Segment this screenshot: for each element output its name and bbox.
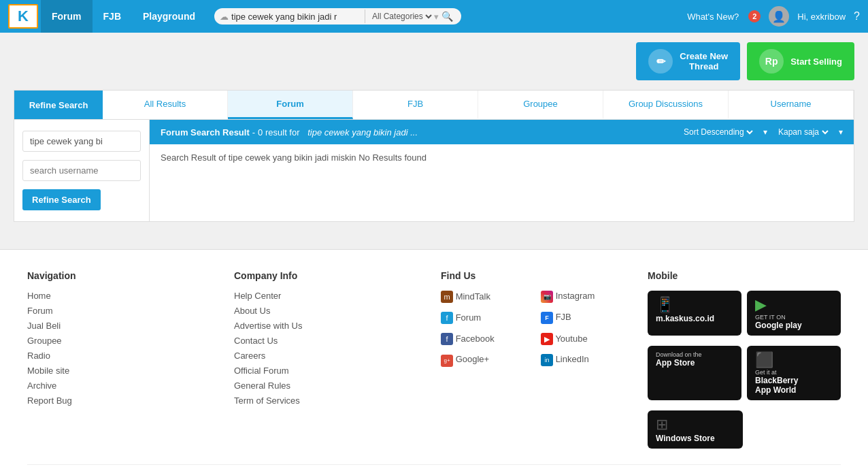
youtube-icon: ▶ [541,333,553,345]
footer-officialforum[interactable]: Official Forum [234,366,427,376]
windows-store-label: Windows Store [656,434,735,443]
logo[interactable]: K [8,4,38,29]
nav-tab-playground[interactable]: Playground [132,0,206,33]
keyword-input[interactable] [22,131,141,152]
search-divider [365,10,365,23]
results-zero: - [252,127,255,138]
cloud-icon: ☁ [220,12,229,22]
search-layout: Refine Search Forum Search Result - 0 re… [14,120,854,222]
footer-nav-title: Navigation [27,270,220,281]
results-query-text: tipe cewek yang bikin jadi ... [307,127,418,138]
footer-nav-reportbug[interactable]: Report Bug [27,395,220,406]
findus-facebook-label: Facebook [456,334,495,344]
header: K Forum FJB Playground ☁ All Categories … [0,0,868,33]
app-app-store[interactable]: Download on the App Store [648,346,741,400]
app-google-play[interactable]: ▶ GET IT ON Google play [747,291,841,336]
footer-nav-groupee[interactable]: Groupee [27,336,220,346]
results-zero-text: 0 result for [258,127,299,138]
footer-company-title: Company Info [234,270,427,281]
findus-linkedin[interactable]: in LinkedIn [541,354,634,367]
footer-careers[interactable]: Careers [234,351,427,361]
refine-panel: Refine Search [14,120,150,222]
findus-forum-label: Forum [456,312,482,323]
findus-fjb-label: FJB [556,312,571,322]
avatar[interactable]: 👤 [769,6,789,27]
create-thread-button[interactable]: ✏ Create NewThread [636,42,740,80]
blackberry-label: BlackBerryApp World [755,376,833,395]
findus-youtube[interactable]: ▶ Youtube [541,333,634,345]
pencil-icon: ✏ [648,49,673,74]
footer-findus-title: Find Us [441,270,634,281]
findus-youtube-label: Youtube [555,334,587,344]
results-query [303,127,305,138]
create-thread-label: Create NewThread [680,51,728,71]
app-store-sub: Download on the [656,351,733,358]
tab-group-discussions[interactable]: Group Discussions [603,91,729,119]
blackberry-sub: Get it at [755,369,833,376]
findus-fjb[interactable]: F FJB [541,312,634,324]
results-title-area: Forum Search Result - 0 result for tipe … [161,127,418,138]
nav-tab-fjb[interactable]: FJB [93,0,132,33]
footer-generalrules[interactable]: General Rules [234,381,427,391]
footer-bottom: Report Bug Term of Services [27,464,841,469]
nav-tab-forum[interactable]: Forum [41,0,93,33]
refine-tab: Refine Search [14,91,103,119]
time-select[interactable]: Kapan saja [775,127,831,138]
findus-googleplus[interactable]: g+ Google+ [441,354,534,367]
help-icon[interactable]: ? [854,10,860,22]
search-input[interactable] [231,12,361,22]
kaskus-mobile-label: m.kaskus.co.id [656,314,733,323]
findus-linkedin-label: LinkedIn [556,354,589,364]
sort-arrow: ▾ [763,127,767,137]
findus-instagram-label: Instagram [556,291,595,301]
google-play-sub: GET IT ON [755,314,833,321]
footer-contact[interactable]: Contact Us [234,336,427,346]
footer-advertise[interactable]: Advertise with Us [234,321,427,331]
rp-icon: Rp [759,49,784,74]
tab-groupee[interactable]: Groupee [478,91,603,119]
forum-icon: f [441,312,453,324]
fjb-icon: F [541,312,553,324]
username-input[interactable] [22,160,141,181]
category-select[interactable]: All Categories [369,11,434,22]
footer-nav-radio[interactable]: Radio [27,351,220,361]
logo-letter: K [18,7,29,25]
search-tabs: Refine Search All Results Forum FJB Grou… [14,90,854,120]
tab-username[interactable]: Username [729,91,854,119]
sort-select[interactable]: Sort Descending Sort Ascending [681,127,755,138]
footer-nav-forum[interactable]: Forum [27,306,220,316]
search-button[interactable]: 🔍 [439,10,456,23]
footer-helpcenter[interactable]: Help Center [234,291,427,301]
findus-instagram[interactable]: 📷 Instagram [541,291,634,303]
findus-facebook[interactable]: f Facebook [441,333,534,345]
footer-mobile-col: Mobile 📱 m.kaskus.co.id ▶ GET IT ON Goog… [648,270,841,453]
notification-badge[interactable]: 2 [748,10,761,22]
footer-nav-jualbeli[interactable]: Jual Beli [27,321,220,331]
footer-tos[interactable]: Term of Services [234,395,427,406]
footer-nav-col: Navigation Home Forum Jual Beli Groupee … [27,270,220,453]
findus-forum[interactable]: f Forum [441,312,534,324]
footer-nav-home[interactable]: Home [27,291,220,301]
start-selling-button[interactable]: Rp Start Selling [747,42,854,80]
whats-new-link[interactable]: What's New? [687,12,739,22]
app-windows-store[interactable]: ⊞ Windows Store [648,410,743,449]
main-content: Refine Search All Results Forum FJB Grou… [0,90,868,236]
footer-findus-col: Find Us m MindTalk 📷 Instagram f Forum F… [441,270,634,453]
mindtalk-icon: m [441,291,453,303]
tab-forum[interactable]: Forum [228,91,353,119]
refine-search-button[interactable]: Refine Search [22,189,101,210]
phone-icon: 📱 [656,296,674,313]
tab-all-results[interactable]: All Results [103,91,228,119]
tab-fjb[interactable]: FJB [353,91,478,119]
app-store-label: App Store [656,358,733,368]
app-blackberry[interactable]: ⬛ Get it at BlackBerryApp World [747,346,841,400]
search-bar: ☁ All Categories ▾ 🔍 [214,8,461,25]
facebook-icon: f [441,333,453,345]
footer-nav-archive[interactable]: Archive [27,381,220,391]
app-kaskus-mobile[interactable]: 📱 m.kaskus.co.id [648,291,741,336]
blackberry-icon: ⬛ [755,351,773,368]
footer-aboutus[interactable]: About Us [234,306,427,316]
findus-mindtalk[interactable]: m MindTalk [441,291,534,303]
mobile-apps: 📱 m.kaskus.co.id ▶ GET IT ON Google play [648,291,841,453]
footer-nav-mobilesite[interactable]: Mobile site [27,366,220,376]
